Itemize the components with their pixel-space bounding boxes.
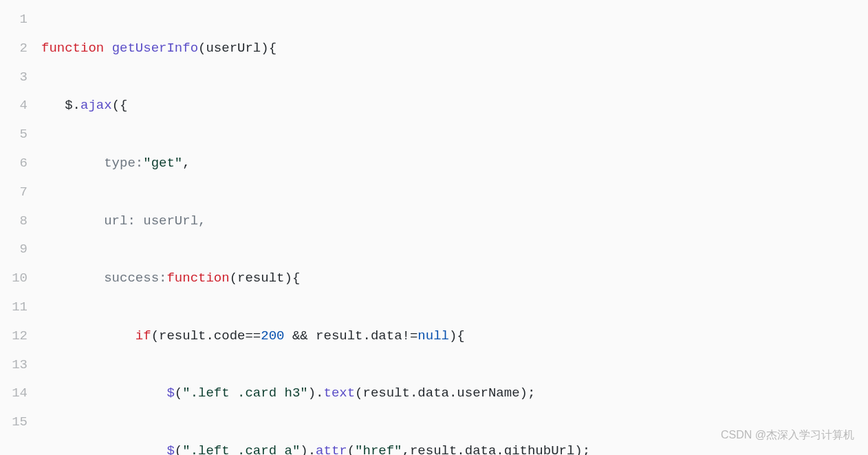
code-line: function getUserInfo(userUrl){ [41,34,868,63]
code-line: success:function(result){ [41,264,868,293]
line-number: 10 [0,264,28,293]
code-line: if(result.code==200 && result.data!=null… [41,322,868,351]
line-number: 14 [0,379,28,408]
line-number: 5 [0,120,28,149]
line-number: 3 [0,63,28,92]
code-editor: 1 2 3 4 5 6 7 8 9 10 11 12 13 14 15 func… [0,6,868,455]
line-number: 6 [0,149,28,178]
code-line: type:"get", [41,149,868,178]
line-number: 13 [0,351,28,380]
line-number-gutter: 1 2 3 4 5 6 7 8 9 10 11 12 13 14 15 [0,6,41,455]
code-content[interactable]: function getUserInfo(userUrl){ $.ajax({ … [41,6,868,455]
code-line: $.ajax({ [41,92,868,120]
line-number: 11 [0,293,28,322]
line-number: 1 [0,6,28,34]
watermark-text: CSDN @杰深入学习计算机 [721,423,854,447]
code-line: url: userUrl, [41,207,868,236]
line-number: 4 [0,92,28,120]
line-number: 9 [0,235,28,264]
code-line: $(".left .card h3").text(result.data.use… [41,379,868,408]
line-number: 8 [0,207,28,236]
line-number: 12 [0,322,28,351]
line-number: 7 [0,178,28,207]
line-number: 2 [0,34,28,63]
line-number: 15 [0,408,28,437]
